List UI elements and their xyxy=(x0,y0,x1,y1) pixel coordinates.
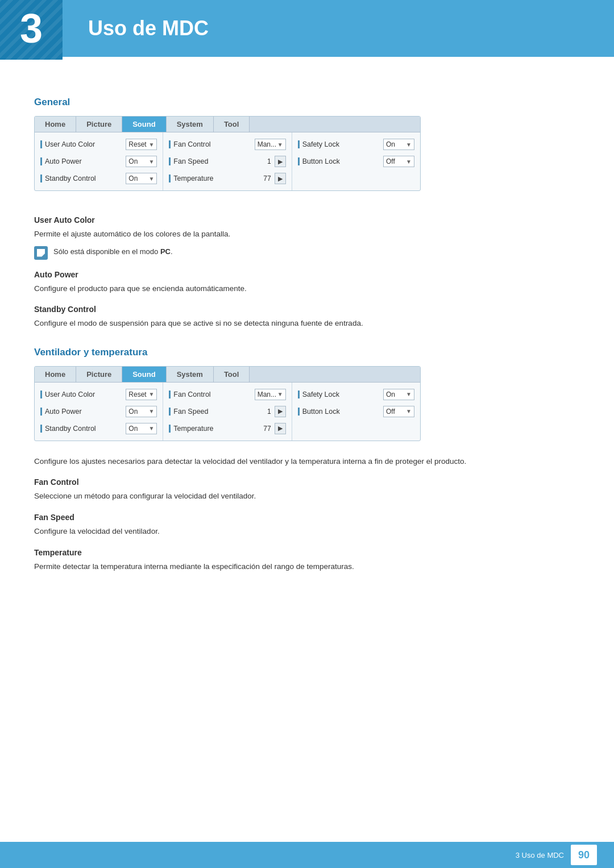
nav-btn-fan-speed-1[interactable]: ▶ xyxy=(275,156,286,167)
control-standby-1[interactable]: On ▼ xyxy=(126,173,157,184)
tab-sound-2[interactable]: Sound xyxy=(122,367,166,382)
select-standby-1[interactable]: On ▼ xyxy=(126,173,157,184)
label-safety-lock-1: Safety Lock xyxy=(298,140,383,148)
tab-picture-2[interactable]: Picture xyxy=(76,367,122,382)
control-fan-control-1[interactable]: Man... ▼ xyxy=(255,139,286,150)
arrow-icon-5: ▼ xyxy=(406,142,412,148)
tab-tool-1[interactable]: Tool xyxy=(214,117,250,132)
tab-sound-1[interactable]: Sound xyxy=(122,117,166,132)
main-content: General Home Picture Sound System Tool U… xyxy=(0,57,614,611)
control-user-auto-color-2[interactable]: Reset ▼ xyxy=(126,389,157,400)
note-box-user-auto-color: Sólo está disponible en el modo PC. xyxy=(34,246,580,260)
control-standby-2[interactable]: On ▼ xyxy=(126,423,157,434)
para-user-auto-color: Permite el ajuste automático de los colo… xyxy=(34,228,580,240)
nav-btn-temperature-2[interactable]: ▶ xyxy=(275,423,286,434)
chapter-title: Uso de MDC xyxy=(88,16,209,40)
tab-tool-2[interactable]: Tool xyxy=(214,367,250,382)
select-standby-2[interactable]: On ▼ xyxy=(126,423,157,434)
label-user-auto-color-1: User Auto Color xyxy=(40,140,126,148)
label-fan-speed-2: Fan Speed xyxy=(169,408,267,416)
select-auto-power-2[interactable]: On ▼ xyxy=(126,406,157,417)
tab-home-2[interactable]: Home xyxy=(35,367,76,382)
tab-system-2[interactable]: System xyxy=(167,367,214,382)
control-fan-speed-1[interactable]: 1 ▶ xyxy=(267,156,286,167)
label-safety-lock-2: Safety Lock xyxy=(298,391,383,398)
control-auto-power-1[interactable]: On ▼ xyxy=(126,156,157,167)
footer-text: 3 Uso de MDC xyxy=(516,851,564,859)
arrow-icon-9: ▼ xyxy=(148,425,154,431)
select-safety-lock-2[interactable]: On ▼ xyxy=(383,389,414,400)
chapter-number: 3 xyxy=(0,0,63,60)
control-fan-speed-2[interactable]: 1 ▶ xyxy=(267,406,286,417)
label-user-auto-color-2: User Auto Color xyxy=(40,391,126,398)
nav-btn-fan-speed-2[interactable]: ▶ xyxy=(275,406,286,417)
select-safety-lock-1[interactable]: On ▼ xyxy=(383,139,414,150)
para-ventilador-desc: Configure los ajustes necesarios para de… xyxy=(34,455,580,468)
row-fan-speed-1: Fan Speed 1 ▶ xyxy=(163,153,291,170)
select-user-auto-color-1[interactable]: Reset ▼ xyxy=(126,139,157,150)
control-temperature-1[interactable]: 77 ▶ xyxy=(263,173,285,184)
tab-home-1[interactable]: Home xyxy=(35,117,76,132)
arrow-icon-8: ▼ xyxy=(148,408,154,414)
row-standby-control-2: Standby Control On ▼ xyxy=(35,420,163,437)
label-temperature-2: Temperature xyxy=(169,425,263,433)
control-safety-lock-1[interactable]: On ▼ xyxy=(383,139,414,150)
panel-col-1-general: User Auto Color Reset ▼ Auto Power xyxy=(35,132,163,190)
panel-col-3-general: Safety Lock On ▼ Button Lock Off xyxy=(292,132,420,190)
footer-page-number: 90 xyxy=(571,845,597,865)
control-button-lock-2[interactable]: Off ▼ xyxy=(383,406,414,417)
label-auto-power-1: Auto Power xyxy=(40,157,126,165)
panel-col-2-ventilador: Fan Control Man... ▼ Fan Speed 1 ▶ xyxy=(163,383,292,441)
subsection-fan-control: Fan Control Seleccione un método para co… xyxy=(34,477,580,502)
subsection-user-auto-color: User Auto Color Permite el ajuste automá… xyxy=(34,215,580,260)
note-icon-shape xyxy=(37,249,45,257)
footer: 3 Uso de MDC 90 xyxy=(0,842,614,868)
panel-col-3-ventilador: Safety Lock On ▼ Button Lock Off xyxy=(292,383,420,441)
panel-tabs-ventilador: Home Picture Sound System Tool xyxy=(35,367,420,383)
control-button-lock-1[interactable]: Off ▼ xyxy=(383,156,414,167)
subsection-standby-control: Standby Control Configure el modo de sus… xyxy=(34,305,580,330)
label-button-lock-1: Button Lock xyxy=(298,157,383,165)
select-fan-control-2[interactable]: Man... ▼ xyxy=(255,389,286,400)
control-safety-lock-2[interactable]: On ▼ xyxy=(383,389,414,400)
label-button-lock-2: Button Lock xyxy=(298,408,383,416)
section-ventilador: Ventilador y temperatura Home Picture So… xyxy=(34,347,580,572)
control-user-auto-color-1[interactable]: Reset ▼ xyxy=(126,139,157,150)
section-general: General Home Picture Sound System Tool U… xyxy=(34,97,580,330)
select-button-lock-2[interactable]: Off ▼ xyxy=(383,406,414,417)
select-user-auto-color-2[interactable]: Reset ▼ xyxy=(126,389,157,400)
note-icon xyxy=(34,246,48,260)
panel-col-1-ventilador: User Auto Color Reset ▼ Auto Power xyxy=(35,383,163,441)
note-text-user-auto-color: Sólo está disponible en el modo PC. xyxy=(53,246,173,258)
para-auto-power: Configure el producto para que se encien… xyxy=(34,283,580,295)
nav-btn-temperature-1[interactable]: ▶ xyxy=(275,173,286,184)
subsection-auto-power: Auto Power Configure el producto para qu… xyxy=(34,270,580,295)
arrow-icon-10: ▼ xyxy=(277,391,283,397)
control-auto-power-2[interactable]: On ▼ xyxy=(126,406,157,417)
tab-picture-1[interactable]: Picture xyxy=(76,117,122,132)
arrow-icon-12: ▼ xyxy=(406,408,412,414)
ui-panel-general: Home Picture Sound System Tool User Auto… xyxy=(34,116,421,191)
para-standby-control: Configure el modo de suspensión para que… xyxy=(34,317,580,330)
para-fan-control: Seleccione un método para configurar la … xyxy=(34,490,580,502)
select-fan-control-1[interactable]: Man... ▼ xyxy=(255,139,286,150)
label-standby-control-2: Standby Control xyxy=(40,425,126,433)
arrow-icon-11: ▼ xyxy=(406,391,412,397)
select-button-lock-1[interactable]: Off ▼ xyxy=(383,156,414,167)
subsection-title-fan-speed: Fan Speed xyxy=(34,513,580,522)
row-fan-control-2: Fan Control Man... ▼ xyxy=(163,386,291,403)
subsection-title-temperature: Temperature xyxy=(34,548,580,557)
control-temperature-2[interactable]: 77 ▶ xyxy=(263,423,285,434)
label-fan-control-1: Fan Control xyxy=(169,140,254,148)
arrow-icon-6: ▼ xyxy=(406,159,412,165)
panel-tabs-general: Home Picture Sound System Tool xyxy=(35,117,420,132)
label-standby-control-1: Standby Control xyxy=(40,175,126,182)
tab-system-1[interactable]: System xyxy=(167,117,214,132)
arrow-icon-7: ▼ xyxy=(148,391,154,397)
control-fan-control-2[interactable]: Man... ▼ xyxy=(255,389,286,400)
select-auto-power-1[interactable]: On ▼ xyxy=(126,156,157,167)
label-temperature-1: Temperature xyxy=(169,175,263,182)
subsection-title-fan-control: Fan Control xyxy=(34,477,580,487)
label-fan-speed-1: Fan Speed xyxy=(169,157,267,165)
arrow-icon-2: ▼ xyxy=(148,159,154,165)
